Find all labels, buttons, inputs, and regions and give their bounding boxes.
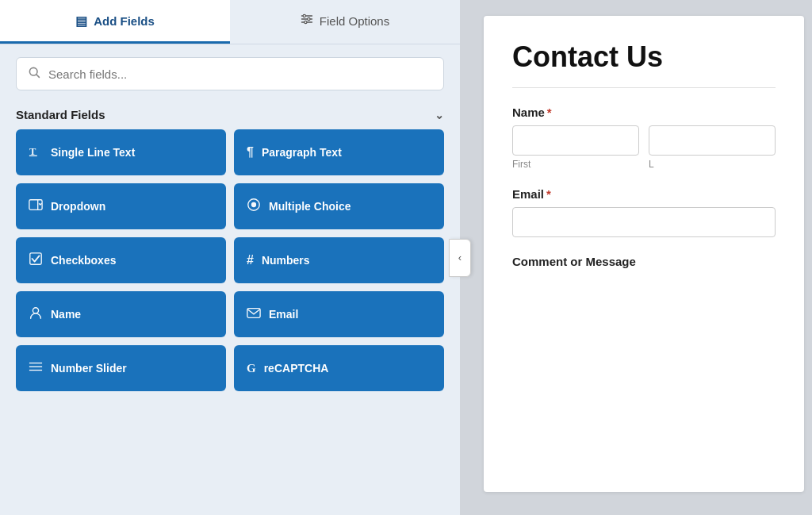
single-line-text-label: Single Line Text (51, 146, 135, 159)
email-input[interactable] (512, 207, 776, 237)
search-wrapper (0, 44, 460, 97)
add-fields-icon: ▤ (75, 13, 87, 29)
numbers-icon: # (247, 253, 254, 267)
single-line-text-icon: T (29, 144, 43, 161)
standard-fields-header: Standard Fields ⌄ (0, 97, 460, 129)
svg-point-13 (251, 202, 256, 207)
checkboxes-label: Checkboxes (51, 254, 116, 267)
checkboxes-icon (29, 252, 43, 269)
svg-point-5 (304, 21, 307, 23)
email-field-label: Email* (512, 187, 776, 201)
email-label-text: Email (512, 187, 544, 201)
form-card: Contact Us Name* First L Email* (484, 16, 804, 492)
field-email[interactable]: Email (234, 291, 444, 337)
svg-rect-16 (247, 309, 260, 318)
search-icon (28, 66, 40, 82)
name-last-input[interactable] (649, 125, 776, 156)
field-checkboxes[interactable]: Checkboxes (16, 237, 226, 283)
tabs-bar: ▤ Add Fields Field Options (0, 0, 460, 44)
numbers-label: Numbers (262, 254, 310, 267)
field-number-slider[interactable]: Number Slider (16, 345, 226, 391)
form-field-email: Email* (512, 187, 776, 237)
field-single-line-text[interactable]: T Single Line Text (16, 129, 226, 175)
tab-add-fields-label: Add Fields (94, 14, 155, 28)
recaptcha-label: reCAPTCHA (264, 362, 329, 375)
multiple-choice-label: Multiple Choice (269, 200, 350, 213)
svg-point-3 (303, 14, 305, 17)
name-icon (29, 306, 43, 323)
field-options-icon (301, 13, 313, 29)
recaptcha-icon: G (247, 362, 256, 375)
field-multiple-choice[interactable]: Multiple Choice (234, 183, 444, 229)
name-label-text: Name (512, 106, 545, 119)
svg-text:T: T (29, 146, 36, 157)
name-label: Name (51, 308, 81, 321)
tab-field-options[interactable]: Field Options (230, 0, 460, 44)
field-dropdown[interactable]: Dropdown (16, 183, 226, 229)
fields-grid: T Single Line Text ¶ Paragraph Text Drop… (0, 129, 460, 407)
email-icon (247, 306, 261, 323)
field-numbers[interactable]: # Numbers (234, 237, 444, 283)
left-panel: ▤ Add Fields Field Options (0, 0, 460, 515)
paragraph-text-label: Paragraph Text (262, 146, 342, 159)
search-box (16, 57, 444, 90)
name-field-row: First L (512, 125, 776, 170)
svg-point-15 (33, 308, 38, 313)
name-field-label: Name* (512, 106, 776, 119)
comment-label: Comment or Message (512, 255, 776, 268)
name-first-input[interactable] (512, 125, 639, 156)
form-title: Contact Us (512, 41, 776, 73)
collapse-arrow-icon: ‹ (458, 252, 462, 263)
tab-add-fields[interactable]: ▤ Add Fields (0, 0, 230, 44)
tab-field-options-label: Field Options (320, 14, 389, 28)
form-field-comment: Comment or Message (512, 255, 776, 268)
dropdown-icon (29, 198, 43, 215)
email-label: Email (269, 308, 298, 321)
number-slider-icon (29, 359, 43, 377)
form-divider (512, 87, 776, 88)
form-field-name: Name* First L (512, 106, 776, 170)
dropdown-label: Dropdown (51, 200, 105, 213)
field-paragraph-text[interactable]: ¶ Paragraph Text (234, 129, 444, 175)
search-input[interactable] (48, 67, 432, 81)
field-recaptcha[interactable]: G reCAPTCHA (234, 345, 444, 391)
svg-line-7 (36, 75, 40, 78)
name-first-wrap: First (512, 125, 639, 170)
number-slider-label: Number Slider (51, 362, 127, 375)
collapse-handle[interactable]: ‹ (449, 239, 471, 277)
name-required-star: * (547, 106, 552, 119)
svg-point-4 (308, 17, 310, 20)
field-name[interactable]: Name (16, 291, 226, 337)
paragraph-text-icon: ¶ (247, 145, 254, 159)
name-last-wrap: L (649, 125, 776, 170)
name-last-sublabel: L (649, 159, 776, 170)
email-required-star: * (546, 187, 551, 201)
collapse-chevron-icon[interactable]: ⌄ (435, 109, 444, 121)
right-panel: Contact Us Name* First L Email* (460, 0, 812, 515)
standard-fields-label: Standard Fields (16, 108, 105, 121)
multiple-choice-icon (247, 198, 261, 215)
name-first-sublabel: First (512, 159, 639, 170)
